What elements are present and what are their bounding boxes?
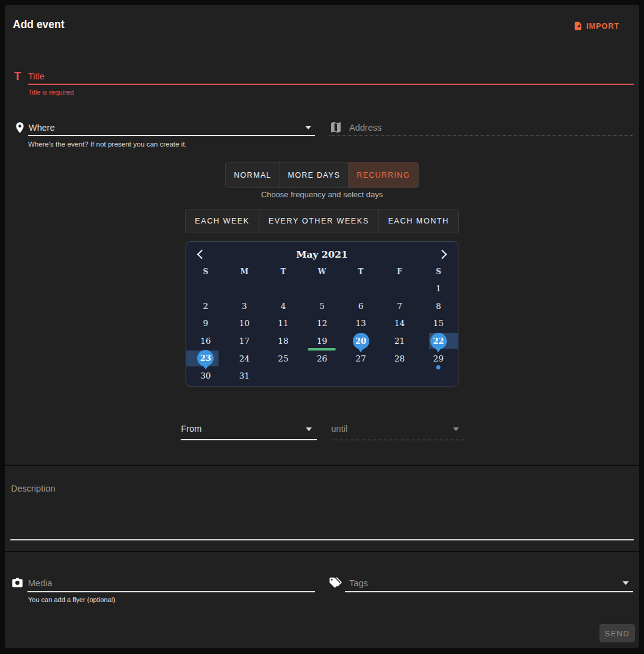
day-number: 9	[203, 318, 208, 328]
calendar-day-20[interactable]: 20	[341, 332, 380, 350]
calendar-day-31[interactable]: 31	[225, 367, 264, 385]
calendar-empty-cell	[380, 367, 419, 385]
calendar-empty-cell	[186, 280, 225, 297]
calendar-day-18[interactable]: 18	[264, 332, 303, 350]
calendar-day-6[interactable]: 6	[341, 297, 380, 315]
where-dropdown-arrow-icon	[305, 126, 311, 129]
day-number: 29	[433, 354, 444, 363]
where-underline	[28, 135, 315, 136]
until-dropdown-arrow-icon	[453, 427, 459, 431]
send-button[interactable]: SEND	[599, 624, 635, 642]
tags-icon	[328, 576, 342, 592]
calendar-day-7[interactable]: 7	[380, 297, 419, 315]
calendar-next-icon[interactable]	[438, 249, 447, 259]
calendar-day-24[interactable]: 24	[225, 349, 264, 367]
calendar-empty-cell	[264, 367, 303, 385]
day-number: 3	[242, 301, 247, 311]
calendar-day-29[interactable]: 29	[419, 349, 458, 367]
calendar-day-9[interactable]: 9	[186, 314, 225, 332]
day-number: 7	[397, 301, 402, 311]
calendar-month-title: May 2021	[296, 249, 348, 260]
frequency-every-other-weeks[interactable]: EVERY OTHER WEEKS	[259, 209, 378, 233]
day-number: 21	[394, 336, 405, 346]
tags-dropdown-arrow-icon	[623, 581, 629, 585]
calendar-day-30[interactable]: 30	[186, 367, 225, 385]
mode-tab-recurring[interactable]: RECURRING	[348, 162, 418, 187]
weekday-label: M	[225, 266, 264, 278]
calendar-empty-cell	[341, 367, 380, 385]
title-error-message: Title is required	[28, 89, 74, 96]
address-underline	[329, 136, 633, 136]
calendar-day-28[interactable]: 28	[380, 349, 419, 367]
until-time-select[interactable]: until	[331, 422, 464, 441]
calendar-day-2[interactable]: 2	[186, 297, 225, 315]
day-number: 14	[394, 318, 405, 328]
description-textarea[interactable]	[10, 478, 634, 539]
day-number: 30	[200, 371, 211, 380]
day-number: 18	[278, 336, 288, 346]
day-number: 20	[353, 333, 369, 349]
day-number: 2	[203, 301, 208, 311]
calendar-day-5[interactable]: 5	[303, 297, 342, 315]
calendar-day-19[interactable]: 19	[303, 332, 342, 350]
mode-tab-normal[interactable]: NORMAL	[226, 162, 279, 187]
calendar-day-8[interactable]: 8	[419, 297, 458, 315]
address-placeholder: Address	[349, 123, 382, 133]
from-underline	[181, 439, 317, 440]
calendar-day-22[interactable]: 22	[419, 332, 458, 350]
calendar-day-16[interactable]: 16	[186, 332, 225, 350]
frequency-button-group: EACH WEEKEVERY OTHER WEEKSEACH MONTH	[185, 209, 458, 233]
calendar-day-21[interactable]: 21	[380, 332, 419, 350]
calendar-empty-cell	[303, 367, 342, 385]
description-placeholder: Description	[11, 484, 56, 493]
calendar-day-26[interactable]: 26	[303, 349, 342, 367]
calendar-day-11[interactable]: 11	[264, 314, 303, 332]
until-placeholder: until	[331, 424, 348, 434]
calendar-day-10[interactable]: 10	[225, 314, 264, 332]
calendar-day-15[interactable]: 15	[419, 314, 458, 332]
day-number: 27	[355, 354, 366, 363]
title-placeholder: Title	[28, 71, 45, 81]
calendar-day-23[interactable]: 23	[186, 349, 225, 367]
camera-icon	[11, 576, 24, 591]
day-number: 15	[433, 318, 444, 328]
import-button[interactable]: IMPORT	[571, 20, 622, 32]
map-icon	[329, 120, 342, 137]
calendar-day-17[interactable]: 17	[225, 332, 264, 350]
calendar-day-1[interactable]: 1	[419, 280, 458, 297]
frequency-each-month[interactable]: EACH MONTH	[378, 209, 458, 233]
calendar-header: May 2021	[186, 242, 458, 266]
calendar: May 2021 SMTWTFS 12345678910111213141516…	[186, 241, 458, 387]
frequency-each-week[interactable]: EACH WEEK	[186, 209, 258, 233]
where-helper-text: Where's the event? If not present you ca…	[28, 140, 187, 148]
calendar-empty-cell	[380, 280, 419, 297]
day-number: 4	[281, 301, 286, 311]
calendar-empty-cell	[303, 280, 342, 297]
day-number: 8	[436, 301, 441, 311]
calendar-prev-icon[interactable]	[197, 249, 207, 259]
weekday-label: S	[419, 266, 458, 278]
day-number: 19	[317, 336, 327, 346]
calendar-empty-cell	[419, 367, 458, 385]
calendar-grid: 1234567891011121314151617181920212223242…	[186, 280, 458, 385]
day-number: 31	[239, 371, 250, 380]
calendar-day-4[interactable]: 4	[264, 297, 303, 315]
calendar-day-14[interactable]: 14	[380, 314, 419, 332]
calendar-empty-cell	[225, 280, 264, 297]
calendar-day-12[interactable]: 12	[303, 314, 342, 332]
day-number: 28	[394, 354, 405, 363]
description-underline	[10, 539, 634, 540]
add-event-dialog: Add event IMPORT T Title Title is requir…	[5, 5, 639, 649]
calendar-day-25[interactable]: 25	[264, 349, 303, 367]
where-placeholder: Where	[29, 123, 55, 133]
weekday-label: S	[186, 266, 225, 278]
mode-tab-more-days[interactable]: MORE DAYS	[280, 162, 349, 187]
day-number: 13	[355, 318, 366, 328]
calendar-day-27[interactable]: 27	[341, 349, 380, 367]
calendar-weekdays: SMTWTFS	[186, 266, 458, 278]
from-dropdown-arrow-icon	[306, 427, 312, 431]
calendar-empty-cell	[264, 280, 303, 297]
calendar-day-13[interactable]: 13	[341, 314, 380, 332]
calendar-day-3[interactable]: 3	[225, 297, 264, 315]
from-time-select[interactable]: From	[181, 422, 317, 441]
